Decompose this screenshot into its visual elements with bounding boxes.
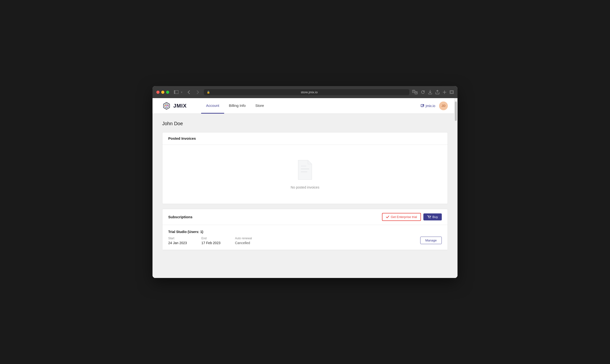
new-tab-button[interactable] [443,91,446,94]
invoices-card: Posted Invoices No posted [162,132,448,204]
share-button[interactable] [435,90,439,94]
back-button[interactable] [185,89,192,95]
end-label: End [201,237,221,240]
scrollbar-thumb[interactable] [455,102,457,121]
jmix-external-link[interactable]: jmix.io [421,104,435,108]
external-link-icon [421,104,424,107]
invoices-empty-text: No posted invoices [291,185,319,189]
logo-area: JMIX [162,102,187,110]
sidebar-toggle-button[interactable] [174,91,178,94]
svg-rect-5 [450,91,453,93]
subscription-name: Trial Studio (Users: 1) [168,230,442,234]
download-button[interactable] [428,90,432,94]
page-title: John Doe [162,121,448,126]
invoices-title: Posted Invoices [168,136,196,141]
jmix-logo-icon [162,102,171,110]
subscription-details: Start 24 Jan 2023 End 17 Feb 2023 Auto r… [168,237,442,245]
user-avatar[interactable]: JD [439,102,448,110]
main-content: John Doe Posted Invoices [152,114,458,278]
renewal-value: Cancelled [235,241,252,245]
reload-button[interactable] [421,90,425,94]
auto-renewal-group: Auto renewal Cancelled [235,237,252,245]
cart-icon [427,215,431,219]
empty-document-icon [296,159,314,182]
get-enterprise-trial-button[interactable]: Get Enterprise trial [382,213,421,221]
jmix-link-text: jmix.io [426,104,435,108]
url-text: store.jmix.io [212,91,406,94]
invoices-empty-state: No posted invoices [162,145,448,204]
buy-button[interactable]: Buy [423,213,442,221]
end-value: 17 Feb 2023 [201,241,221,245]
page-content: JMIX Account Billing Info Store jmix.i [152,98,458,278]
logo-text: JMIX [173,103,187,109]
invoices-card-header: Posted Invoices [162,132,448,145]
tab-store[interactable]: Store [250,98,269,114]
browser-controls: ▾ [174,91,182,94]
lock-icon: 🔒 [207,91,210,94]
subscriptions-card: Subscriptions Get Enterprise trial [162,209,448,250]
nav-tabs: Account Billing Info Store [201,98,269,113]
browser-actions [412,90,454,94]
browser-chrome: ▾ 🔒 store.jmix.io [152,86,458,98]
manage-btn-wrapper: Manage [420,237,442,244]
browser-window: ▾ 🔒 store.jmix.io [152,86,458,278]
start-value: 24 Jan 2023 [168,241,187,245]
nav-right: jmix.io JD [421,102,448,110]
start-label: Start [168,237,187,240]
forward-button[interactable] [195,89,201,95]
manage-button[interactable]: Manage [420,237,442,244]
subscriptions-card-header: Subscriptions Get Enterprise trial [162,209,448,225]
minimize-window-button[interactable] [161,91,164,94]
tab-overview-button[interactable] [450,91,454,94]
checkmark-icon [386,216,389,218]
subscriptions-title: Subscriptions [168,215,193,219]
subscription-actions: Get Enterprise trial Buy [382,213,442,221]
maximize-window-button[interactable] [166,91,169,94]
close-window-button[interactable] [156,91,160,94]
subscription-item: Trial Studio (Users: 1) Start 24 Jan 202… [162,225,448,250]
user-initials: JD [442,104,446,107]
tab-billing[interactable]: Billing Info [224,98,250,114]
address-bar[interactable]: 🔒 store.jmix.io [204,89,409,95]
scrollbar[interactable] [454,98,458,278]
translate-button[interactable] [412,90,417,94]
svg-rect-6 [421,104,423,107]
buy-label: Buy [432,215,438,219]
traffic-lights [156,91,169,94]
browser-content-wrapper: JMIX Account Billing Info Store jmix.i [152,98,458,278]
svg-point-10 [429,218,429,219]
svg-point-11 [430,218,430,219]
svg-rect-1 [174,91,175,94]
site-navigation: JMIX Account Billing Info Store jmix.i [152,98,458,114]
end-date-group: End 17 Feb 2023 [201,237,221,245]
renewal-label: Auto renewal [235,237,252,240]
tab-account[interactable]: Account [201,98,224,114]
enterprise-trial-label: Get Enterprise trial [391,215,417,219]
start-date-group: Start 24 Jan 2023 [168,237,187,245]
